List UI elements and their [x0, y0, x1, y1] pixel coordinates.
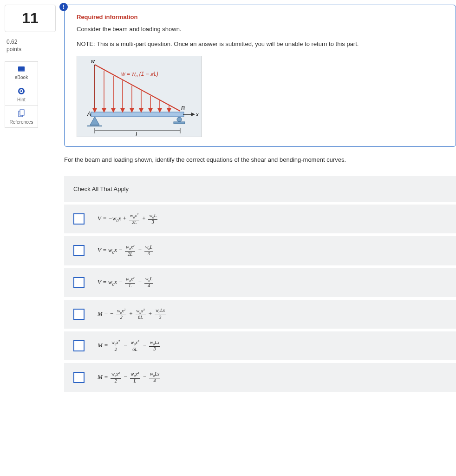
svg-point-4 [20, 90, 22, 92]
option-row: M = − w0x22 + w0x36L + w0Lx3 [64, 300, 456, 329]
references-button[interactable]: References [5, 106, 38, 128]
option-equation-5: M = w0x22 − w0x36L − w0Lx3 [98, 340, 161, 352]
target-icon [17, 87, 26, 95]
hint-button[interactable]: Hint [5, 83, 38, 106]
beam-figure: w w = w0 (1 − x⁄L) A B x L [77, 56, 202, 137]
svg-marker-31 [167, 108, 171, 112]
references-label: References [9, 119, 33, 125]
svg-rect-11 [174, 122, 185, 124]
option-row: V = −w0x + w0x22L + w0L3 [64, 205, 456, 233]
fig-A: A [87, 111, 91, 117]
svg-marker-15 [93, 108, 97, 112]
option-checkbox-6[interactable] [73, 372, 85, 383]
option-row: V = w0x − w0x2L − w0L4 [64, 268, 456, 297]
required-note: NOTE: This is a multi-part question. Onc… [77, 39, 446, 49]
fig-w-label: w [91, 58, 95, 64]
fig-L: L [136, 131, 139, 138]
option-equation-3: V = w0x − w0x2L − w0L4 [98, 277, 154, 289]
svg-rect-7 [91, 112, 184, 117]
ebook-button[interactable]: eBook [5, 61, 38, 83]
required-heading: Required information [77, 13, 446, 20]
svg-marker-23 [130, 108, 134, 112]
svg-rect-6 [20, 110, 24, 115]
option-row: M = w0x22 − w0x3L − w0Lx4 [64, 363, 456, 392]
svg-rect-1 [18, 71, 25, 72]
svg-marker-27 [149, 108, 152, 112]
option-checkbox-4[interactable] [73, 309, 85, 320]
option-equation-6: M = w0x22 − w0x3L − w0Lx4 [98, 371, 161, 383]
points-value: 0.62 [7, 39, 56, 46]
svg-marker-8 [90, 117, 99, 125]
svg-point-10 [177, 117, 182, 122]
option-checkbox-3[interactable] [73, 277, 85, 288]
option-equation-2: V = w0x − w0x22L − w0L3 [98, 245, 154, 257]
question-prompt: For the beam and loading shown, identify… [64, 156, 456, 163]
option-equation-1: V = −w0x + w0x22L + w0L3 [98, 213, 158, 225]
book-icon [17, 66, 26, 73]
svg-marker-19 [111, 108, 115, 112]
option-checkbox-5[interactable] [73, 340, 85, 351]
option-checkbox-1[interactable] [73, 213, 85, 225]
tool-column: eBook Hint References [5, 61, 38, 128]
required-intro: Consider the beam and loading shown. [77, 24, 446, 34]
option-checkbox-2[interactable] [73, 245, 85, 256]
sidebar: 11 0.62 points eBook Hint References [5, 5, 56, 395]
option-row: M = w0x22 − w0x36L − w0Lx3 [64, 331, 456, 360]
svg-marker-25 [139, 108, 143, 112]
required-body: Consider the beam and loading shown. NOT… [77, 24, 446, 137]
copy-icon [18, 109, 25, 118]
fig-B: B [181, 105, 185, 112]
points-label: points [7, 46, 56, 53]
check-all-label: Check All That Apply [73, 185, 129, 192]
fig-x: x [195, 112, 199, 117]
main-content: ! Required information Consider the beam… [56, 5, 456, 395]
ebook-label: eBook [15, 75, 28, 80]
fig-eqn: w = w0 (1 − x⁄L) [121, 71, 158, 78]
question-number: 11 [5, 5, 56, 32]
svg-marker-21 [121, 108, 124, 112]
points-block: 0.62 points [7, 39, 56, 53]
option-row: V = w0x − w0x22L − w0L3 [64, 236, 456, 265]
required-info-box: Required information Consider the beam a… [64, 5, 456, 147]
info-badge-icon: ! [59, 3, 68, 11]
option-equation-4: M = − w0x22 + w0x36L + w0Lx3 [98, 308, 167, 320]
hint-label: Hint [17, 97, 26, 102]
svg-marker-33 [191, 112, 195, 116]
svg-marker-17 [102, 108, 106, 112]
check-all-panel: Check All That Apply [64, 176, 456, 202]
svg-marker-29 [158, 108, 162, 112]
